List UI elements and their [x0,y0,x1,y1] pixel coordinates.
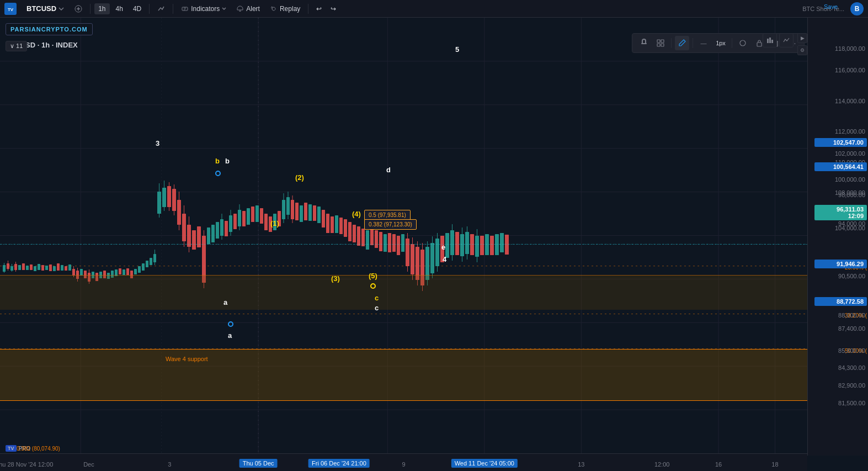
price-axis: 118,000.00 116,000.00 114,000.00 112,000… [807,18,868,456]
indicators-label: Indicators [191,5,220,13]
pencil-button[interactable] [675,36,689,50]
collapse-right-btn[interactable]: ▶ [797,33,807,43]
svg-rect-58 [99,272,102,278]
svg-rect-45 [61,265,63,271]
tf-1h[interactable]: 1h [94,3,109,14]
svg-rect-147 [416,247,419,280]
wave-b-yellow-label: b [215,157,220,165]
svg-rect-181 [757,43,762,46]
wave-a-bottom-label: a [228,331,232,340]
chart-type-bar[interactable] [763,33,777,47]
svg-rect-61 [111,271,114,278]
svg-rect-143 [406,239,409,266]
replay-button[interactable]: Replay [266,3,304,14]
svg-rect-159 [450,230,454,255]
bottom-price-label: 0.382 (80,074.90) [17,446,60,452]
svg-rect-100 [233,214,237,229]
svg-rect-161 [455,232,459,255]
svg-rect-69 [142,263,145,271]
magnet-button[interactable] [637,36,651,50]
price-87400: 87,400.00 [838,325,865,332]
svg-rect-84 [182,214,186,241]
indicators-icon [181,5,189,13]
add-symbol-button[interactable] [71,3,86,14]
svg-rect-48 [72,269,75,276]
alert-button[interactable]: Alert [232,3,264,14]
svg-rect-169 [480,236,484,255]
layout-button[interactable] [653,36,668,50]
svg-rect-186 [769,38,771,43]
alert-icon [236,5,244,13]
chart-type-compare[interactable] [779,33,794,47]
time-thu05: Thu 05 Dec [239,459,278,468]
redo-button[interactable]: ↪ [327,3,340,14]
price-98000: 98,000.00 [838,192,865,198]
line-tool[interactable]: — [696,36,711,50]
line-width-selector[interactable]: 1px [713,36,728,50]
svg-rect-59 [103,271,106,278]
svg-rect-162 [460,234,464,256]
user-avatar[interactable]: B [850,2,864,15]
fibo-box-0.382: 0.382 (97,123.30) [364,219,417,230]
indicators-chevron [222,7,226,10]
indicators-button[interactable]: Indicators [177,3,230,14]
settings-btn[interactable]: ⚙ [797,45,807,55]
svg-rect-139 [388,233,391,252]
wave-count-badge[interactable]: ∨ 11 [6,41,27,51]
svg-rect-124 [322,210,325,227]
svg-rect-37 [30,264,33,270]
time-18: 18 [771,461,778,468]
svg-rect-63 [119,268,121,274]
wave-4-label: 4 [443,255,446,263]
svg-rect-54 [88,273,90,282]
svg-rect-170 [485,234,489,255]
svg-rect-98 [229,215,232,232]
svg-rect-43 [53,266,56,271]
svg-rect-111 [278,211,281,226]
replay-icon [270,5,278,13]
wave-c-white-label: c [375,304,379,312]
tf-4d[interactable]: 4D [129,3,145,14]
svg-rect-104 [247,208,250,225]
price-100000: 100,000.00 [835,176,865,183]
price-badge-102547: 102,547.00 [814,138,867,147]
draw-sep-3 [732,38,732,48]
price-82900: 82,900.00 [838,382,865,389]
symbol-selector[interactable]: BTCUSD [22,3,68,14]
wave-d-label: d [386,166,391,174]
wave-5-paren-label: (5) [369,272,377,280]
svg-rect-153 [430,243,434,273]
svg-rect-171 [490,236,494,255]
circle-tool[interactable] [736,36,750,50]
svg-rect-123 [317,207,321,223]
wave-1-label: (1) [270,219,279,227]
price-94000: 94,000.00 [838,220,865,227]
replay-label: Replay [280,5,300,13]
svg-rect-64 [123,269,125,275]
compare-button[interactable] [153,3,169,14]
svg-rect-164 [465,232,469,254]
svg-rect-41 [45,266,48,270]
circle-a [228,321,233,327]
svg-point-180 [740,40,745,46]
svg-rect-76 [162,188,166,207]
tf-4h[interactable]: 4h [112,3,127,14]
time-wed11: Wed 11 Dec '24 05:00 [451,459,518,468]
svg-rect-92 [207,227,210,244]
save-button[interactable]: Save [824,3,838,10]
undo-button[interactable]: ↩ [312,3,326,14]
svg-rect-175 [641,43,647,44]
svg-rect-118 [295,203,299,220]
svg-rect-62 [115,269,118,276]
svg-rect-34 [18,265,21,270]
svg-rect-30 [10,266,13,271]
circle-b [215,171,221,176]
time-3: 3 [168,461,171,468]
svg-rect-109 [269,216,272,232]
svg-rect-166 [470,234,474,255]
svg-rect-101 [238,210,241,226]
svg-rect-108 [264,214,268,230]
time-16: 16 [715,461,722,468]
svg-rect-72 [153,254,156,262]
wave-3-label: 3 [156,139,159,147]
